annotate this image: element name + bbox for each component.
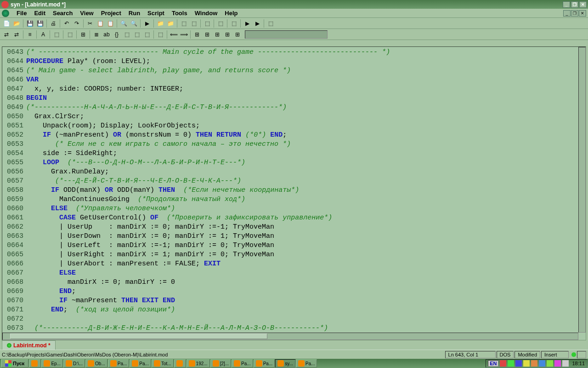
toolbar-button[interactable]: 💾: [35, 19, 45, 28]
toolbar-button[interactable]: ⬚: [122, 30, 131, 39]
toolbar-button[interactable]: ⬚: [142, 30, 152, 39]
menu-help[interactable]: Help: [221, 9, 241, 17]
tray-icon[interactable]: [500, 360, 506, 367]
volume-icon[interactable]: [562, 360, 569, 367]
tray-icon[interactable]: [515, 360, 522, 367]
tab-labirint[interactable]: Labirint.mod *: [2, 340, 56, 350]
tray-icon[interactable]: [547, 360, 553, 367]
taskbar-task[interactable]: [29, 359, 41, 368]
toolbar-button[interactable]: ⬚: [203, 19, 212, 28]
close-button[interactable]: ✕: [579, 1, 587, 8]
toolbar-button[interactable]: 📋: [106, 19, 115, 28]
taskbar-task[interactable]: sy...: [275, 359, 295, 368]
toolbar-button[interactable]: 📂: [12, 19, 21, 28]
code-editor[interactable]: 0643(* ----------------------------- Mai…: [2, 46, 586, 340]
menu-tools[interactable]: Tools: [168, 9, 191, 17]
tray-icon[interactable]: [554, 360, 561, 367]
line-number: 0652: [2, 131, 26, 140]
taskbar-task[interactable]: D:\...: [63, 359, 85, 368]
toolbar-button[interactable]: ↷: [72, 19, 81, 28]
toolbar-button[interactable]: ⇄: [2, 30, 11, 39]
toolbar-button[interactable]: ≣: [92, 30, 101, 39]
minimize-button[interactable]: _: [563, 1, 570, 8]
toolbar-combo[interactable]: [245, 30, 328, 39]
menu-view[interactable]: View: [76, 9, 97, 17]
title-bar: syn - [Labirint.mod *] _ ❐ ✕: [0, 0, 588, 9]
taskbar-task[interactable]: Ер...: [41, 359, 63, 368]
tray-icon[interactable]: [539, 360, 545, 367]
toolbar-button[interactable]: ⟸: [169, 30, 178, 39]
taskbar-task[interactable]: 192...: [187, 359, 210, 368]
toolbar-button[interactable]: 📄: [2, 19, 11, 28]
tray-icon[interactable]: [531, 360, 537, 367]
taskbar-task[interactable]: [2]...: [210, 359, 231, 368]
toolbar-button[interactable]: ⬚: [179, 19, 188, 28]
toolbar-button[interactable]: ⬚: [65, 30, 74, 39]
toolbar-button[interactable]: ⬚: [52, 30, 61, 39]
toolbar-button[interactable]: ⬚: [229, 19, 238, 28]
toolbar-button[interactable]: 🔍: [129, 19, 138, 28]
toolbar-button[interactable]: ▶: [253, 19, 262, 28]
toolbar-button[interactable]: ⇄: [12, 30, 21, 39]
toolbar-button[interactable]: A: [39, 30, 48, 39]
horizontal-scrollbar[interactable]: [2, 333, 578, 340]
task-icon: [256, 360, 262, 367]
line-number: 0656: [2, 167, 26, 177]
menu-script[interactable]: Script: [144, 9, 168, 17]
line-number: 0648: [2, 94, 26, 103]
vertical-scrollbar[interactable]: [578, 47, 586, 333]
menu-edit[interactable]: Edit: [30, 9, 49, 17]
taskbar-task[interactable]: Tot...: [152, 359, 174, 368]
toolbar-button[interactable]: ≡: [25, 30, 34, 39]
toolbar-button[interactable]: 📁: [166, 19, 175, 28]
toolbar-button[interactable]: ⟹: [179, 30, 188, 39]
line-number: 0663: [2, 232, 26, 241]
toolbar-button[interactable]: ab: [102, 30, 111, 39]
menu-run[interactable]: Run: [125, 9, 144, 17]
mdi-minimize-button[interactable]: _: [563, 10, 571, 17]
toolbar-button[interactable]: ▶: [142, 19, 152, 28]
toolbar-button[interactable]: ⊞: [223, 30, 232, 39]
menu-window[interactable]: Window: [191, 9, 221, 17]
toolbar-button[interactable]: {}: [112, 30, 121, 39]
taskbar-task[interactable]: Ob...: [85, 359, 107, 368]
toolbar-button[interactable]: 🔍: [119, 19, 128, 28]
menu-file[interactable]: File: [13, 9, 30, 17]
taskbar-task[interactable]: Pa...: [254, 359, 275, 368]
toolbar-button[interactable]: ⊞: [203, 30, 212, 39]
maximize-button[interactable]: ❐: [571, 1, 578, 8]
menu-project[interactable]: Project: [97, 9, 125, 17]
toolbar-button[interactable]: 🖨: [49, 19, 58, 28]
taskbar-task[interactable]: Pa...: [296, 359, 317, 368]
task-icon: [189, 360, 195, 367]
toolbar-button[interactable]: ⬚: [266, 19, 275, 28]
toolbar-button[interactable]: ▶: [243, 19, 252, 28]
toolbar-button[interactable]: ⬚: [132, 30, 141, 39]
clock[interactable]: 18:11: [570, 361, 585, 366]
toolbar-button[interactable]: 💾: [25, 19, 34, 28]
tray-icon[interactable]: [508, 360, 514, 367]
taskbar-task[interactable]: [174, 359, 186, 368]
language-indicator[interactable]: EN: [488, 360, 498, 367]
toolbar-button[interactable]: ⊞: [213, 30, 222, 39]
taskbar-task[interactable]: Pa...: [108, 359, 130, 368]
toolbar-button[interactable]: ⬚: [189, 19, 198, 28]
taskbar-task[interactable]: Pa...: [232, 359, 253, 368]
start-button[interactable]: Пуск: [1, 359, 28, 368]
toolbar-button[interactable]: ⊞: [192, 30, 202, 39]
toolbar-button[interactable]: ⊞: [233, 30, 242, 39]
line-number: 0651: [2, 121, 26, 131]
toolbar-button[interactable]: ⬚: [216, 19, 225, 28]
tray-icon[interactable]: [523, 360, 530, 367]
toolbar-button[interactable]: ⊞: [79, 30, 88, 39]
toolbar-button[interactable]: ✂: [85, 19, 95, 28]
toolbar-button[interactable]: ↶: [62, 19, 71, 28]
menu-search[interactable]: Search: [49, 9, 76, 17]
toolbar-button[interactable]: ⬚: [156, 30, 165, 39]
taskbar-task[interactable]: Pa...: [130, 359, 151, 368]
toolbar-button[interactable]: 📁: [156, 19, 165, 28]
task-icon: [154, 360, 160, 367]
toolbar-button[interactable]: 📋: [96, 19, 105, 28]
mdi-maximize-button[interactable]: ❐: [571, 10, 578, 17]
mdi-close-button[interactable]: ✕: [579, 10, 586, 17]
